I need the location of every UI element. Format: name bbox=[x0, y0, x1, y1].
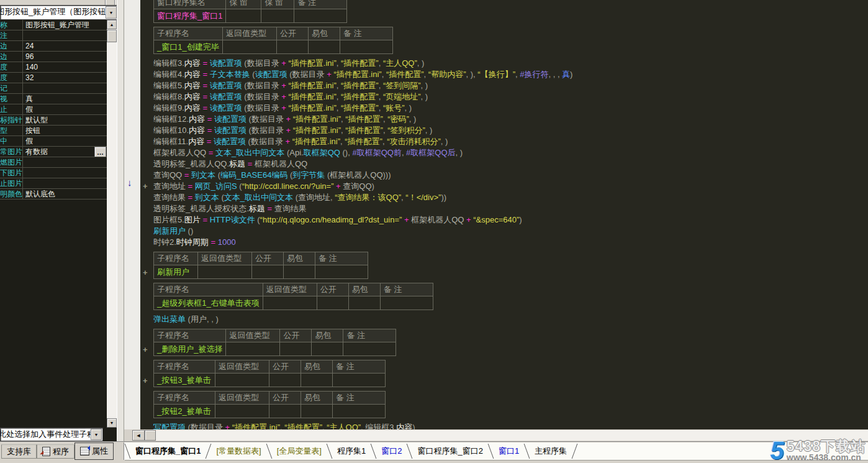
table-cell[interactable] bbox=[226, 9, 261, 23]
code-line[interactable]: 透明标签_机器人授权状态.标题 = 查询结果 bbox=[153, 203, 868, 214]
code-line[interactable]: 编辑框4.内容 = 子文本替换 (读配置项 (数据目录 + “插件配置.ini”… bbox=[153, 69, 868, 80]
table-cell[interactable] bbox=[301, 405, 333, 418]
code-line[interactable]: 编辑框12.内容 = 读配置项 (数据目录 + “插件配置.ini”, “插件配… bbox=[153, 114, 868, 125]
table-cell[interactable] bbox=[223, 40, 277, 54]
property-value[interactable]: 32 bbox=[23, 73, 107, 83]
property-row[interactable]: 名称图形按钮_账户管理 bbox=[0, 20, 107, 30]
property-value[interactable]: 24 bbox=[23, 41, 107, 51]
property-value[interactable]: 按钮 bbox=[23, 126, 107, 135]
object-selector-combo[interactable]: 图形按钮_账户管理（图形按钮） ▼ bbox=[0, 5, 118, 20]
table-row[interactable]: _删除用户_被选择 bbox=[154, 342, 396, 356]
property-row[interactable]: 标记 bbox=[0, 83, 107, 94]
property-value[interactable]: 默认型 bbox=[23, 115, 107, 125]
table-cell[interactable] bbox=[317, 296, 348, 310]
table-cell[interactable] bbox=[343, 342, 396, 356]
property-value[interactable]: 假 bbox=[23, 136, 107, 146]
property-row[interactable]: 备注 bbox=[0, 30, 107, 41]
code-line[interactable]: 查询地址 = 网页_访问S (“http://ccdl.linec.cn/?ui… bbox=[153, 181, 868, 192]
table-cell[interactable] bbox=[277, 40, 309, 54]
tab-窗口2[interactable]: 窗口2 bbox=[374, 442, 409, 460]
scrollbar-thumb[interactable] bbox=[107, 30, 117, 42]
property-row[interactable]: 可视真 bbox=[0, 94, 107, 104]
code-line[interactable]: 编辑框5.内容 = 读配置项 (数据目录 + “插件配置.ini”, “插件配置… bbox=[153, 80, 868, 91]
code-line[interactable]: 弹出菜单 (用户, , ) bbox=[153, 314, 868, 325]
table-cell[interactable] bbox=[348, 296, 380, 310]
subroutine-name-cell[interactable]: _按钮2_被单击 bbox=[154, 405, 215, 418]
property-row[interactable]: 点燃图片 bbox=[0, 157, 107, 168]
table-row[interactable]: _按钮2_被单击 bbox=[154, 405, 386, 418]
table-row[interactable]: 刷新用户 bbox=[154, 265, 368, 279]
horizontal-scrollbar[interactable]: ◀ bbox=[124, 429, 868, 441]
property-row[interactable]: 类型按钮 bbox=[0, 126, 107, 136]
table-cell[interactable] bbox=[261, 9, 294, 23]
code-line[interactable]: 查询结果 = 到文本 (文本_取出中间文本 (查询地址, “查询结果：该QQ”,… bbox=[153, 192, 868, 203]
chevron-down-icon[interactable]: ▼ bbox=[91, 429, 102, 440]
vertical-scrollbar[interactable]: ▲ ▼ bbox=[107, 20, 117, 428]
table-cell[interactable] bbox=[294, 9, 347, 23]
code-line[interactable]: 透明标签_机器人QQ.标题 = 框架机器人QQ bbox=[153, 158, 868, 170]
table-cell[interactable] bbox=[340, 40, 393, 54]
code-line[interactable]: 时钟2.时钟周期 = 1000 bbox=[153, 237, 868, 248]
panel-splitter[interactable] bbox=[117, 0, 124, 441]
tab-程序集1[interactable]: 程序集1 bbox=[330, 442, 373, 460]
table-cell[interactable] bbox=[215, 405, 269, 418]
subroutine-name-cell[interactable]: 窗口程序集_窗口1 bbox=[154, 9, 226, 23]
code-line[interactable]: 编辑框3.内容 = 读配置项 (数据目录 + “插件配置.ini”, “插件配置… bbox=[153, 58, 868, 69]
property-value[interactable]: 有数据… bbox=[23, 147, 107, 157]
table-cell[interactable] bbox=[312, 342, 343, 356]
code-line[interactable]: 图片框5.图片 = HTTP读文件 (“http://q.qlogo.cn/he… bbox=[153, 214, 868, 226]
tab-主程序集[interactable]: 主程序集 bbox=[527, 442, 574, 460]
code-line[interactable]: 编辑框10.内容 = 读配置项 (数据目录 + “插件配置.ini”, “插件配… bbox=[153, 125, 868, 136]
table-cell[interactable] bbox=[215, 374, 269, 387]
property-row[interactable]: 顶边96 bbox=[0, 52, 107, 62]
table-cell[interactable] bbox=[252, 265, 284, 279]
collapse-plus-icon[interactable]: + bbox=[143, 181, 148, 192]
tab-窗口1[interactable]: 窗口1 bbox=[491, 442, 527, 460]
table-cell[interactable] bbox=[284, 265, 315, 279]
collapse-plus-icon[interactable]: + bbox=[143, 345, 148, 354]
tab-支持库[interactable]: 支持库 bbox=[1, 444, 37, 459]
property-row[interactable]: 选中假 bbox=[0, 136, 107, 147]
collapse-plus-icon[interactable]: + bbox=[143, 376, 148, 385]
table-cell[interactable] bbox=[269, 405, 301, 418]
property-row[interactable]: 高度32 bbox=[0, 73, 107, 83]
scrollbar-thumb[interactable] bbox=[145, 430, 156, 441]
property-row[interactable]: 按下图片 bbox=[0, 168, 107, 178]
property-value[interactable]: 真 bbox=[23, 94, 107, 104]
code-line[interactable]: 编辑框9.内容 = 读配置项 (数据目录 + “插件配置.ini”, “插件配置… bbox=[153, 103, 868, 114]
chevron-down-icon[interactable]: ▼ bbox=[106, 6, 117, 19]
property-value[interactable]: 96 bbox=[23, 52, 107, 62]
subroutine-name-cell[interactable]: _删除用户_被选择 bbox=[154, 342, 226, 356]
subroutine-name-cell[interactable]: 刷新用户 bbox=[154, 265, 198, 279]
table-cell[interactable] bbox=[263, 296, 317, 310]
table-cell[interactable] bbox=[333, 374, 386, 387]
tab-程序[interactable]: 程序 bbox=[37, 444, 75, 459]
code-line[interactable]: 写配置项 (数据目录 + “插件配置.ini”, “插件配置”, “主人QQ”,… bbox=[153, 422, 868, 429]
table-cell[interactable] bbox=[198, 265, 252, 279]
event-handler-combo[interactable]: 此处选择加入事件处理子程序 ▼ bbox=[0, 428, 103, 441]
table-cell[interactable] bbox=[269, 374, 301, 387]
property-row[interactable]: 透明颜色默认底色 bbox=[0, 189, 107, 199]
code-line[interactable]: 刷新用户 () bbox=[153, 226, 868, 237]
scroll-down-icon[interactable]: ▼ bbox=[107, 418, 117, 428]
property-row[interactable]: 禁止图片 bbox=[0, 178, 107, 189]
subroutine-name-cell[interactable]: _按钮3_被单击 bbox=[154, 374, 215, 387]
table-cell[interactable] bbox=[280, 342, 312, 356]
property-row[interactable]: 左边24 bbox=[0, 41, 107, 52]
tab-属性[interactable]: 属性 bbox=[75, 442, 114, 460]
property-value[interactable]: 140 bbox=[23, 62, 107, 72]
table-cell[interactable] bbox=[315, 265, 368, 279]
subroutine-name-cell[interactable]: _超级列表框1_右键单击表项 bbox=[154, 296, 263, 310]
table-row[interactable]: _超级列表框1_右键单击表项 bbox=[154, 296, 433, 310]
property-value[interactable]: 默认底色 bbox=[23, 189, 107, 199]
table-cell[interactable] bbox=[226, 342, 280, 356]
code-line[interactable]: 编辑框11.内容 = 读配置项 (数据目录 + “插件配置.ini”, “插件配… bbox=[153, 136, 868, 147]
tab-常量数据表[interactable]: [常量数据表] bbox=[209, 442, 268, 460]
table-row[interactable]: _按钮3_被单击 bbox=[154, 374, 386, 387]
table-cell[interactable] bbox=[380, 296, 433, 310]
code-editor[interactable]: 窗口程序集名保 留保 留备 注窗口程序集_窗口1子程序名返回值类型公开易包备 注… bbox=[140, 0, 868, 429]
property-value[interactable]: 图形按钮_账户管理 bbox=[23, 20, 107, 30]
code-line[interactable]: 查询QQ = 到文本 (编码_BASE64编码 (到字节集 (框架机器人QQ))… bbox=[153, 170, 868, 181]
tab-全局变量表[interactable]: [全局变量表] bbox=[269, 442, 329, 460]
collapse-plus-icon[interactable]: + bbox=[143, 268, 148, 277]
